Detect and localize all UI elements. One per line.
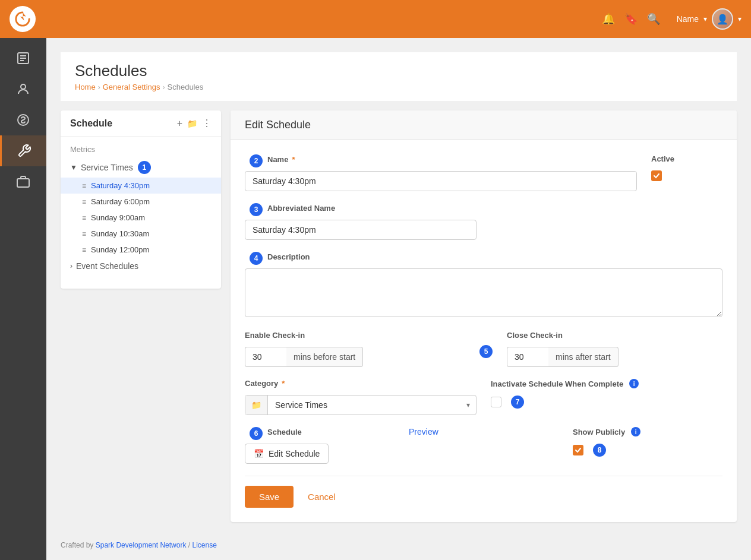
show-publicly-info-icon[interactable]: i (631, 427, 640, 436)
category-required: * (282, 379, 285, 388)
tree-child-saturday-600[interactable]: ≡ Saturday 6:00pm (61, 194, 221, 210)
category-select-group: 📁 Service Times ▾ (245, 395, 477, 415)
form-row-name: 2 Name * Active (245, 154, 722, 191)
service-times-badge: 1 (138, 161, 151, 174)
page-footer: Crafted by Spark Development Network / L… (61, 536, 737, 554)
schedule-panel-title: Schedule (70, 118, 177, 129)
name-label: Name * (267, 155, 295, 164)
page-header: Schedules Home › General Settings › Sche… (61, 52, 737, 101)
sidebar-item-finance[interactable] (0, 105, 46, 135)
tree-child-label-4: Sunday 10:30am (91, 229, 149, 238)
category-label: Category * (245, 379, 285, 388)
name-input[interactable] (245, 171, 637, 191)
tree-child-label-3: Sunday 9:00am (91, 213, 145, 222)
svg-point-4 (21, 84, 26, 89)
step-badge-6: 6 (250, 427, 263, 440)
footer-license-link[interactable]: License (192, 541, 216, 549)
form-group-step5-badge: 5 (475, 331, 493, 358)
sidebar-item-person[interactable] (0, 74, 46, 105)
avatar-dropdown-icon[interactable]: ▾ (738, 15, 741, 23)
expand-arrow-service-times: ▼ (70, 163, 77, 172)
calendar-icon: 📅 (254, 449, 264, 458)
close-checkin-label-row: Close Check-in (507, 331, 722, 343)
tree-child-label-2: Saturday 6:00pm (91, 197, 150, 206)
bookmark-icon[interactable]: 🔖 (624, 12, 638, 26)
category-arrow-icon: ▾ (460, 396, 476, 414)
form-group-inactivate: Inactivate Schedule When Complete i 7 (491, 379, 722, 409)
more-options-icon[interactable]: ⋮ (202, 118, 212, 129)
form-row-checkin: Enable Check-in mins before start 5 Clos… (245, 331, 722, 367)
abbr-input[interactable] (245, 220, 477, 240)
enable-checkin-value[interactable] (245, 347, 286, 367)
user-dropdown-icon: ▾ (703, 15, 707, 23)
user-menu[interactable]: Name ▾ 👤 ▾ (677, 8, 741, 30)
description-textarea[interactable] (245, 268, 722, 317)
form-group-close-checkin: Close Check-in mins after start (507, 331, 722, 367)
category-folder-icon: 📁 (245, 396, 268, 415)
step-badge-3: 3 (250, 203, 263, 216)
form-group-show-publicly: Show Publicly i 8 (573, 427, 722, 457)
inactivate-label: Inactivate Schedule When Complete i (491, 379, 639, 388)
cancel-button[interactable]: Cancel (303, 486, 340, 508)
edit-schedule-button[interactable]: 📅 Edit Schedule (245, 444, 329, 464)
add-schedule-icon[interactable]: + (177, 118, 182, 129)
sidebar-item-jobs[interactable] (0, 166, 46, 197)
show-publicly-checkbox[interactable] (573, 445, 583, 455)
breadcrumb-home[interactable]: Home (75, 83, 96, 91)
inactivate-checkbox[interactable] (491, 397, 501, 407)
preview-link[interactable]: Preview (409, 427, 438, 436)
tree-parent-event-label: Event Schedules (76, 261, 138, 271)
breadcrumb: Home › General Settings › Schedules (75, 83, 722, 91)
breadcrumb-sep-1: › (98, 83, 100, 91)
schedule-panel-header: Schedule + 📁 ⋮ (61, 110, 221, 137)
form-group-category: Category * 📁 Service Times ▾ (245, 379, 477, 415)
tree-child-sunday-1030[interactable]: ≡ Sunday 10:30am (61, 226, 221, 242)
inactivate-checkbox-group: 7 (491, 396, 722, 409)
inactivate-info-icon[interactable]: i (629, 379, 639, 388)
avatar-image: 👤 (713, 10, 732, 29)
form-row-category: Category * 📁 Service Times ▾ (245, 379, 722, 415)
desc-label-row: 4 Description (245, 252, 722, 265)
active-label: Active (651, 154, 674, 163)
tree-child-label-5: Sunday 12:00pm (91, 245, 149, 254)
inactivate-label-row: Inactivate Schedule When Complete i (491, 379, 722, 392)
tree-child-saturday-430[interactable]: ≡ Saturday 4:30pm (61, 178, 221, 194)
tree-child-sunday-1200[interactable]: ≡ Sunday 12:00pm (61, 242, 221, 258)
sidebar-item-notes[interactable] (0, 43, 46, 74)
list-icon-2: ≡ (82, 198, 86, 206)
tree-child-sunday-900[interactable]: ≡ Sunday 9:00am (61, 210, 221, 226)
tree-group-metrics[interactable]: Metrics (61, 141, 221, 157)
avatar[interactable]: 👤 (712, 8, 733, 30)
step-badge-2: 2 (250, 154, 263, 167)
tree-child-label: Saturday 4:30pm (91, 181, 150, 190)
active-label-row: Active (651, 154, 722, 167)
enable-checkin-label-row: Enable Check-in (245, 331, 460, 343)
category-select[interactable]: Service Times (268, 396, 460, 415)
schedule-label: Schedule (267, 428, 302, 436)
page-title: Schedules (75, 62, 722, 80)
close-checkin-value[interactable] (507, 347, 548, 367)
name-label-row: 2 Name * (245, 154, 637, 167)
enable-checkin-suffix: mins before start (286, 347, 363, 367)
edit-panel: Edit Schedule 2 Name * (231, 110, 737, 522)
edit-panel-title: Edit Schedule (245, 119, 311, 131)
save-button[interactable]: Save (245, 486, 294, 508)
left-sidebar (0, 38, 46, 560)
content-wrapper: Schedule + 📁 ⋮ Metrics ▼ Service Times 1 (61, 110, 737, 522)
form-group-enable-checkin: Enable Check-in mins before start (245, 331, 460, 367)
list-icon-4: ≡ (82, 230, 86, 238)
tree-parent-event-schedules[interactable]: › Event Schedules (61, 258, 221, 274)
footer-spark-link[interactable]: Spark Development Network (96, 541, 187, 549)
folder-icon[interactable]: 📁 (187, 119, 197, 128)
breadcrumb-general-settings[interactable]: General Settings (103, 83, 160, 91)
form-group-active: Active (651, 154, 722, 181)
notification-icon[interactable]: 🔔 (602, 12, 615, 26)
search-icon[interactable]: 🔍 (647, 12, 660, 26)
app-logo[interactable] (10, 6, 36, 32)
active-checkbox[interactable] (651, 170, 662, 181)
tree-parent-service-times[interactable]: ▼ Service Times 1 (61, 157, 221, 178)
edit-panel-header: Edit Schedule (231, 110, 737, 140)
step-badge-5: 5 (479, 345, 493, 358)
sidebar-item-tools[interactable] (0, 135, 46, 166)
close-checkin-input-group: mins after start (507, 347, 722, 367)
